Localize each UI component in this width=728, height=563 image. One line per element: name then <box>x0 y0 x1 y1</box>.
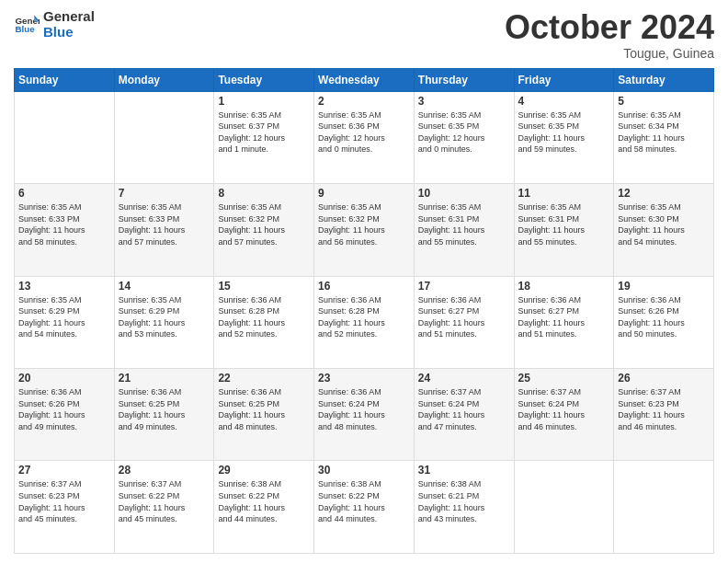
day-info: Sunrise: 6:35 AM Sunset: 6:32 PM Dayligh… <box>218 201 310 247</box>
title-block: October 2024 Tougue, Guinea <box>505 9 714 61</box>
day-number: 4 <box>518 95 610 108</box>
col-header-sunday: Sunday <box>15 68 115 91</box>
day-number: 30 <box>318 464 410 477</box>
calendar-cell: 27Sunrise: 6:37 AM Sunset: 6:23 PM Dayli… <box>15 461 115 554</box>
day-info: Sunrise: 6:35 AM Sunset: 6:35 PM Dayligh… <box>418 109 510 155</box>
day-number: 29 <box>218 464 310 477</box>
day-info: Sunrise: 6:35 AM Sunset: 6:33 PM Dayligh… <box>18 201 110 247</box>
day-info: Sunrise: 6:38 AM Sunset: 6:21 PM Dayligh… <box>418 478 510 524</box>
day-info: Sunrise: 6:35 AM Sunset: 6:32 PM Dayligh… <box>318 201 410 247</box>
calendar-cell: 24Sunrise: 6:37 AM Sunset: 6:24 PM Dayli… <box>414 369 514 461</box>
day-number: 22 <box>218 372 310 385</box>
calendar-cell <box>15 91 115 183</box>
calendar-cell: 19Sunrise: 6:36 AM Sunset: 6:26 PM Dayli… <box>614 276 714 368</box>
calendar-cell: 10Sunrise: 6:35 AM Sunset: 6:31 PM Dayli… <box>414 184 514 276</box>
location-subtitle: Tougue, Guinea <box>505 46 714 61</box>
calendar-cell: 29Sunrise: 6:38 AM Sunset: 6:22 PM Dayli… <box>214 461 314 554</box>
calendar-cell: 9Sunrise: 6:35 AM Sunset: 6:32 PM Daylig… <box>314 184 415 276</box>
day-number: 9 <box>318 187 410 200</box>
svg-text:Blue: Blue <box>15 24 35 34</box>
col-header-friday: Friday <box>514 68 614 91</box>
day-info: Sunrise: 6:35 AM Sunset: 6:36 PM Dayligh… <box>318 109 410 155</box>
calendar-cell: 1Sunrise: 6:35 AM Sunset: 6:37 PM Daylig… <box>214 91 314 183</box>
day-info: Sunrise: 6:36 AM Sunset: 6:25 PM Dayligh… <box>119 386 210 432</box>
day-info: Sunrise: 6:37 AM Sunset: 6:23 PM Dayligh… <box>618 386 710 432</box>
calendar-cell: 4Sunrise: 6:35 AM Sunset: 6:35 PM Daylig… <box>514 91 614 183</box>
day-info: Sunrise: 6:36 AM Sunset: 6:26 PM Dayligh… <box>18 386 110 432</box>
day-info: Sunrise: 6:35 AM Sunset: 6:31 PM Dayligh… <box>418 201 510 247</box>
calendar-cell: 2Sunrise: 6:35 AM Sunset: 6:36 PM Daylig… <box>314 91 415 183</box>
calendar-cell: 30Sunrise: 6:38 AM Sunset: 6:22 PM Dayli… <box>314 461 415 554</box>
calendar-cell <box>614 461 714 554</box>
calendar-cell: 11Sunrise: 6:35 AM Sunset: 6:31 PM Dayli… <box>514 184 614 276</box>
day-number: 21 <box>119 372 210 385</box>
calendar-cell: 22Sunrise: 6:36 AM Sunset: 6:25 PM Dayli… <box>214 369 314 461</box>
day-number: 3 <box>418 95 510 108</box>
calendar-cell: 6Sunrise: 6:35 AM Sunset: 6:33 PM Daylig… <box>15 184 115 276</box>
day-number: 12 <box>618 187 710 200</box>
day-number: 25 <box>518 372 610 385</box>
logo: General Blue General Blue <box>14 9 95 40</box>
day-info: Sunrise: 6:37 AM Sunset: 6:22 PM Dayligh… <box>119 478 210 524</box>
day-number: 26 <box>618 372 710 385</box>
day-number: 27 <box>18 464 110 477</box>
col-header-tuesday: Tuesday <box>214 68 314 91</box>
day-info: Sunrise: 6:35 AM Sunset: 6:37 PM Dayligh… <box>218 109 310 155</box>
day-info: Sunrise: 6:37 AM Sunset: 6:23 PM Dayligh… <box>18 478 110 524</box>
col-header-wednesday: Wednesday <box>314 68 415 91</box>
day-number: 6 <box>18 187 110 200</box>
calendar-cell: 8Sunrise: 6:35 AM Sunset: 6:32 PM Daylig… <box>214 184 314 276</box>
day-number: 28 <box>119 464 210 477</box>
day-info: Sunrise: 6:37 AM Sunset: 6:24 PM Dayligh… <box>518 386 610 432</box>
day-info: Sunrise: 6:38 AM Sunset: 6:22 PM Dayligh… <box>218 478 310 524</box>
month-title: October 2024 <box>505 9 714 46</box>
calendar-cell: 7Sunrise: 6:35 AM Sunset: 6:33 PM Daylig… <box>114 184 214 276</box>
day-number: 19 <box>618 280 710 293</box>
day-number: 1 <box>218 95 310 108</box>
col-header-monday: Monday <box>114 68 214 91</box>
day-info: Sunrise: 6:35 AM Sunset: 6:31 PM Dayligh… <box>518 201 610 247</box>
day-info: Sunrise: 6:36 AM Sunset: 6:28 PM Dayligh… <box>218 294 310 340</box>
calendar-cell: 14Sunrise: 6:35 AM Sunset: 6:29 PM Dayli… <box>114 276 214 368</box>
calendar-cell: 26Sunrise: 6:37 AM Sunset: 6:23 PM Dayli… <box>614 369 714 461</box>
calendar-cell: 18Sunrise: 6:36 AM Sunset: 6:27 PM Dayli… <box>514 276 614 368</box>
calendar-cell <box>114 91 214 183</box>
logo-general: General <box>43 9 95 25</box>
calendar-cell: 3Sunrise: 6:35 AM Sunset: 6:35 PM Daylig… <box>414 91 514 183</box>
logo-icon: General Blue <box>14 12 40 38</box>
day-info: Sunrise: 6:38 AM Sunset: 6:22 PM Dayligh… <box>318 478 410 524</box>
calendar-cell: 17Sunrise: 6:36 AM Sunset: 6:27 PM Dayli… <box>414 276 514 368</box>
day-info: Sunrise: 6:36 AM Sunset: 6:27 PM Dayligh… <box>418 294 510 340</box>
day-number: 18 <box>518 280 610 293</box>
day-number: 14 <box>119 280 210 293</box>
day-info: Sunrise: 6:35 AM Sunset: 6:29 PM Dayligh… <box>18 294 110 340</box>
day-number: 31 <box>418 464 510 477</box>
calendar-cell: 20Sunrise: 6:36 AM Sunset: 6:26 PM Dayli… <box>15 369 115 461</box>
calendar-cell: 16Sunrise: 6:36 AM Sunset: 6:28 PM Dayli… <box>314 276 415 368</box>
calendar-table: SundayMondayTuesdayWednesdayThursdayFrid… <box>14 68 714 554</box>
day-number: 15 <box>218 280 310 293</box>
day-number: 7 <box>119 187 210 200</box>
calendar-cell: 21Sunrise: 6:36 AM Sunset: 6:25 PM Dayli… <box>114 369 214 461</box>
day-number: 5 <box>618 95 710 108</box>
day-info: Sunrise: 6:35 AM Sunset: 6:30 PM Dayligh… <box>618 201 710 247</box>
calendar-cell: 28Sunrise: 6:37 AM Sunset: 6:22 PM Dayli… <box>114 461 214 554</box>
day-info: Sunrise: 6:37 AM Sunset: 6:24 PM Dayligh… <box>418 386 510 432</box>
calendar-cell: 31Sunrise: 6:38 AM Sunset: 6:21 PM Dayli… <box>414 461 514 554</box>
calendar-cell <box>514 461 614 554</box>
day-number: 10 <box>418 187 510 200</box>
logo-blue: Blue <box>43 25 95 40</box>
calendar-cell: 25Sunrise: 6:37 AM Sunset: 6:24 PM Dayli… <box>514 369 614 461</box>
calendar-cell: 15Sunrise: 6:36 AM Sunset: 6:28 PM Dayli… <box>214 276 314 368</box>
calendar-cell: 23Sunrise: 6:36 AM Sunset: 6:24 PM Dayli… <box>314 369 415 461</box>
day-number: 17 <box>418 280 510 293</box>
header: General Blue General Blue October 2024 T… <box>14 9 714 61</box>
calendar-cell: 13Sunrise: 6:35 AM Sunset: 6:29 PM Dayli… <box>15 276 115 368</box>
day-number: 13 <box>18 280 110 293</box>
col-header-saturday: Saturday <box>614 68 714 91</box>
col-header-thursday: Thursday <box>414 68 514 91</box>
day-info: Sunrise: 6:35 AM Sunset: 6:35 PM Dayligh… <box>518 109 610 155</box>
day-number: 20 <box>18 372 110 385</box>
day-number: 11 <box>518 187 610 200</box>
day-number: 8 <box>218 187 310 200</box>
